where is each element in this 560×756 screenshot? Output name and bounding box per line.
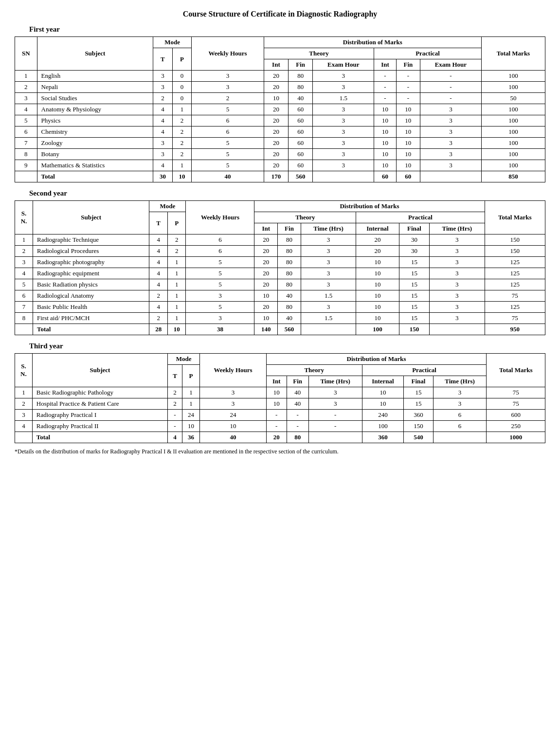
y2-header-fin: Fin bbox=[278, 223, 301, 234]
table-row: 9 Mathematics & Statistics 4 1 5 20 60 3… bbox=[15, 160, 545, 171]
page-title: Course Structure of Certificate in Diagn… bbox=[15, 10, 545, 18]
y1-header-pfin: Fin bbox=[396, 59, 420, 71]
table-row: 6 Chemistry 4 2 6 20 60 3 10 10 3 100 bbox=[15, 126, 545, 138]
y3-header-subject: Subject bbox=[32, 354, 167, 387]
table-row: 3 Radiography Practical I - 24 24 - - - … bbox=[15, 410, 545, 421]
y1-header-fin: Fin bbox=[289, 59, 313, 71]
y1-header-int: Int bbox=[264, 59, 288, 71]
y1-header-practical: Practical bbox=[374, 48, 482, 59]
y1-header-total: Total Marks bbox=[481, 37, 545, 71]
y2-header-pth: Time (Hrs) bbox=[430, 223, 485, 234]
y3-header-p: P bbox=[182, 365, 199, 387]
y2-header-subject: Subject bbox=[33, 201, 149, 234]
y3-header-theory: Theory bbox=[266, 365, 362, 376]
y2-header-t: T bbox=[149, 212, 168, 234]
y1-header-p: P bbox=[172, 48, 192, 71]
y3-header-total: Total Marks bbox=[487, 354, 545, 387]
y2-header-wh: Weekly Hours bbox=[186, 201, 254, 234]
y2-header-total: Total Marks bbox=[485, 201, 545, 234]
table-row: 1 Basic Radiographic Pathology 2 1 3 10 … bbox=[15, 387, 545, 398]
y2-header-th: Time (Hrs) bbox=[301, 223, 356, 234]
table-row: 2 Hospital Practice & Patient Care 2 1 3… bbox=[15, 398, 545, 410]
y1-header-dist: Distribution of Marks bbox=[264, 37, 481, 48]
table-row: 2 Nepali 3 0 3 20 80 3 - - - 100 bbox=[15, 82, 545, 93]
y3-header-dist: Distribution of Marks bbox=[266, 354, 487, 365]
table-row: 3 Radiographic photography 4 1 5 20 80 3… bbox=[15, 257, 545, 268]
table-row: 7 Basic Public Health 4 1 5 20 80 3 10 1… bbox=[15, 302, 545, 313]
table-row: 8 Botany 3 2 5 20 60 3 10 10 3 100 bbox=[15, 149, 545, 160]
year2-table: S. N. Subject Mode Weekly Hours Distribu… bbox=[15, 200, 545, 335]
y3-header-mode: Mode bbox=[168, 354, 200, 365]
year2-title: Second year bbox=[29, 189, 545, 198]
y3-header-sn: S. N. bbox=[15, 354, 33, 387]
footnote: *Details on the distribution of marks fo… bbox=[15, 448, 545, 455]
y1-header-mode: Mode bbox=[153, 37, 192, 48]
table-row: 4 Radiography Practical II - 10 10 - - -… bbox=[15, 421, 545, 432]
y3-header-practical: Practical bbox=[362, 365, 487, 376]
y3-header-pth: Time (Hrs) bbox=[433, 376, 487, 387]
y1-header-theory: Theory bbox=[264, 48, 374, 59]
table-row: 8 First aid/ PHC/MCH 2 1 3 10 40 1.5 10 … bbox=[15, 313, 545, 324]
table-row: 4 Anatomy & Physiology 4 1 5 20 60 3 10 … bbox=[15, 104, 545, 115]
y2-header-sn: S. N. bbox=[15, 201, 33, 234]
total-row: Total 28 10 38 140 560 100 150 950 bbox=[15, 324, 545, 335]
y2-header-theory: Theory bbox=[254, 212, 356, 223]
table-row: 6 Radiological Anatomy 2 1 3 10 40 1.5 1… bbox=[15, 290, 545, 302]
y2-header-int: Int bbox=[254, 223, 278, 234]
y3-header-int: Int bbox=[266, 376, 287, 387]
table-row: 1 Radiographic Technique 4 2 6 20 80 3 2… bbox=[15, 234, 545, 246]
y3-header-fin: Fin bbox=[287, 376, 308, 387]
table-row: 7 Zoology 3 2 5 20 60 3 10 10 3 100 bbox=[15, 138, 545, 149]
table-row: 2 Radiological Procedures 4 2 6 20 80 3 … bbox=[15, 246, 545, 257]
year1-title: First year bbox=[29, 25, 545, 34]
y2-header-internal: Internal bbox=[356, 223, 399, 234]
year3-table: S. N. Subject Mode Weekly Hours Distribu… bbox=[15, 353, 545, 443]
y1-header-pint: Int bbox=[374, 59, 397, 71]
table-row: 4 Radiographic equipment 4 1 5 20 80 3 1… bbox=[15, 268, 545, 279]
y1-header-peh: Exam Hour bbox=[420, 59, 481, 71]
y3-header-wh: Weekly Hours bbox=[200, 354, 267, 387]
total-row: Total 30 10 40 170 560 60 60 850 bbox=[15, 171, 545, 182]
y1-header-eh: Exam Hour bbox=[313, 59, 374, 71]
y2-header-p: P bbox=[167, 212, 186, 234]
y3-header-final: Final bbox=[404, 376, 433, 387]
y1-header-subject: Subject bbox=[37, 37, 153, 71]
y2-header-practical: Practical bbox=[356, 212, 485, 223]
total-row: Total 4 36 40 20 80 360 540 1000 bbox=[15, 432, 545, 443]
table-row: 3 Social Studies 2 0 2 10 40 1.5 - - - 5… bbox=[15, 93, 545, 104]
year1-table: SN Subject Mode Weekly Hours Distributio… bbox=[15, 36, 545, 182]
y1-header-wh: Weekly Hours bbox=[192, 37, 264, 71]
y3-header-th: Time (Hrs) bbox=[308, 376, 362, 387]
table-row: 5 Basic Radiation physics 4 1 5 20 80 3 … bbox=[15, 279, 545, 290]
y2-header-dist: Distribution of Marks bbox=[254, 201, 485, 212]
y3-header-t: T bbox=[168, 365, 182, 387]
table-row: 5 Physics 4 2 6 20 60 3 10 10 3 100 bbox=[15, 115, 545, 126]
y3-header-internal: Internal bbox=[362, 376, 404, 387]
table-row: 1 English 3 0 3 20 80 3 - - - 100 bbox=[15, 71, 545, 82]
y1-header-sn: SN bbox=[15, 37, 37, 71]
y2-header-final: Final bbox=[399, 223, 429, 234]
year3-title: Third year bbox=[29, 342, 545, 350]
y1-header-t: T bbox=[153, 48, 173, 71]
y2-header-mode: Mode bbox=[149, 201, 186, 212]
